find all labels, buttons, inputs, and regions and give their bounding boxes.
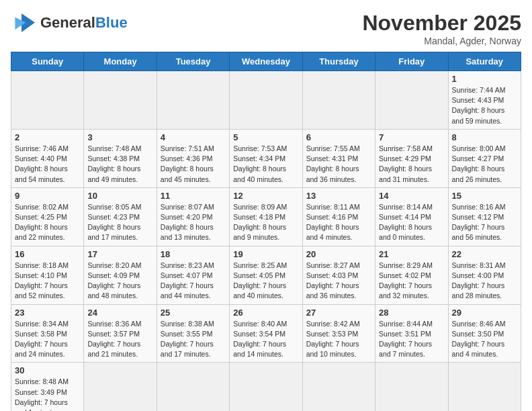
calendar-day-cell: 8Sunrise: 8:00 AMSunset: 4:27 PMDaylight… [448,129,521,187]
calendar-table: SundayMondayTuesdayWednesdayThursdayFrid… [11,52,521,411]
calendar-day-cell: 14Sunrise: 8:14 AMSunset: 4:14 PMDayligh… [375,187,448,246]
calendar-day-cell: 16Sunrise: 8:18 AMSunset: 4:10 PMDayligh… [11,246,84,304]
day-number: 5 [233,132,298,142]
day-number: 23 [15,308,80,318]
day-info: Sunrise: 8:07 AMSunset: 4:20 PMDaylight:… [161,202,226,243]
calendar-week-row: 9Sunrise: 8:02 AMSunset: 4:25 PMDaylight… [11,187,521,246]
day-info: Sunrise: 8:09 AMSunset: 4:18 PMDaylight:… [233,202,298,243]
day-number: 3 [87,132,152,142]
calendar-day-cell: 11Sunrise: 8:07 AMSunset: 4:20 PMDayligh… [157,187,229,246]
calendar-day-cell: 22Sunrise: 8:31 AMSunset: 4:00 PMDayligh… [448,246,521,304]
day-number: 14 [379,191,444,201]
calendar-day-cell: 6Sunrise: 7:55 AMSunset: 4:31 PMDaylight… [302,129,375,187]
calendar-day-cell: 17Sunrise: 8:20 AMSunset: 4:09 PMDayligh… [84,246,157,304]
calendar-day-cell: 15Sunrise: 8:16 AMSunset: 4:12 PMDayligh… [448,187,521,246]
calendar-day-cell: 9Sunrise: 8:02 AMSunset: 4:25 PMDaylight… [11,187,84,246]
calendar-day-cell [448,363,521,411]
day-number: 13 [306,191,371,201]
day-info: Sunrise: 8:44 AMSunset: 3:51 PMDaylight:… [379,319,444,360]
page-header: GeneralBlue November 2025 Mandal, Agder,… [11,11,521,46]
calendar-day-cell: 10Sunrise: 8:05 AMSunset: 4:23 PMDayligh… [84,187,157,246]
calendar-header-row: SundayMondayTuesdayWednesdayThursdayFrid… [11,52,521,71]
calendar-day-cell: 24Sunrise: 8:36 AMSunset: 3:57 PMDayligh… [84,304,157,363]
day-info: Sunrise: 7:44 AMSunset: 4:43 PMDaylight:… [452,85,517,126]
calendar-day-cell [84,71,157,130]
logo: GeneralBlue [11,11,128,35]
day-number: 25 [161,308,226,318]
day-number: 1 [452,74,517,84]
calendar-day-cell: 5Sunrise: 7:53 AMSunset: 4:34 PMDaylight… [230,129,302,187]
calendar-day-cell: 19Sunrise: 8:25 AMSunset: 4:05 PMDayligh… [230,246,302,304]
day-number: 12 [233,191,298,201]
calendar-day-cell: 27Sunrise: 8:42 AMSunset: 3:53 PMDayligh… [302,304,375,363]
day-number: 6 [306,132,371,142]
day-info: Sunrise: 8:11 AMSunset: 4:16 PMDaylight:… [306,202,371,243]
calendar-day-cell [302,363,375,411]
calendar-day-cell [157,71,229,130]
calendar-day-cell [157,363,229,411]
calendar-day-cell [302,71,375,130]
day-number: 28 [379,308,444,318]
location-subtitle: Mandal, Agder, Norway [362,36,521,46]
day-number: 17 [87,249,152,259]
day-info: Sunrise: 8:48 AMSunset: 3:49 PMDaylight:… [15,377,80,411]
calendar-day-cell: 29Sunrise: 8:46 AMSunset: 3:50 PMDayligh… [448,304,521,363]
day-info: Sunrise: 8:40 AMSunset: 3:54 PMDaylight:… [233,319,298,360]
day-number: 16 [15,249,80,259]
day-info: Sunrise: 8:29 AMSunset: 4:02 PMDaylight:… [379,261,444,302]
weekday-header-sunday: Sunday [11,52,84,71]
calendar-day-cell: 25Sunrise: 8:38 AMSunset: 3:55 PMDayligh… [157,304,229,363]
calendar-day-cell: 26Sunrise: 8:40 AMSunset: 3:54 PMDayligh… [230,304,302,363]
calendar-day-cell: 4Sunrise: 7:51 AMSunset: 4:36 PMDaylight… [157,129,229,187]
day-number: 19 [233,249,298,259]
day-info: Sunrise: 7:48 AMSunset: 4:38 PMDaylight:… [87,144,152,185]
day-info: Sunrise: 8:00 AMSunset: 4:27 PMDaylight:… [452,144,517,185]
day-info: Sunrise: 8:34 AMSunset: 3:58 PMDaylight:… [15,319,80,360]
day-number: 30 [15,365,80,375]
calendar-week-row: 16Sunrise: 8:18 AMSunset: 4:10 PMDayligh… [11,246,521,304]
title-area: November 2025 Mandal, Agder, Norway [362,11,521,46]
day-info: Sunrise: 7:58 AMSunset: 4:29 PMDaylight:… [379,144,444,185]
calendar-day-cell: 1Sunrise: 7:44 AMSunset: 4:43 PMDaylight… [448,71,521,130]
calendar-day-cell: 13Sunrise: 8:11 AMSunset: 4:16 PMDayligh… [302,187,375,246]
day-number: 9 [15,191,80,201]
day-number: 10 [87,191,152,201]
day-info: Sunrise: 8:18 AMSunset: 4:10 PMDaylight:… [15,261,80,302]
day-info: Sunrise: 8:27 AMSunset: 4:03 PMDaylight:… [306,261,371,302]
calendar-week-row: 1Sunrise: 7:44 AMSunset: 4:43 PMDaylight… [11,71,521,130]
calendar-day-cell [84,363,157,411]
weekday-header-friday: Friday [375,52,448,71]
day-number: 7 [379,132,444,142]
day-number: 29 [452,308,517,318]
day-number: 11 [161,191,226,201]
day-info: Sunrise: 7:55 AMSunset: 4:31 PMDaylight:… [306,144,371,185]
day-info: Sunrise: 8:20 AMSunset: 4:09 PMDaylight:… [87,261,152,302]
day-number: 21 [379,249,444,259]
calendar-day-cell: 3Sunrise: 7:48 AMSunset: 4:38 PMDaylight… [84,129,157,187]
calendar-day-cell: 23Sunrise: 8:34 AMSunset: 3:58 PMDayligh… [11,304,84,363]
day-info: Sunrise: 7:46 AMSunset: 4:40 PMDaylight:… [15,144,80,185]
weekday-header-monday: Monday [84,52,157,71]
calendar-day-cell: 7Sunrise: 7:58 AMSunset: 4:29 PMDaylight… [375,129,448,187]
calendar-week-row: 30Sunrise: 8:48 AMSunset: 3:49 PMDayligh… [11,363,521,411]
calendar-day-cell [230,71,302,130]
calendar-day-cell [375,363,448,411]
day-info: Sunrise: 8:14 AMSunset: 4:14 PMDaylight:… [379,202,444,243]
day-number: 2 [15,132,80,142]
calendar-day-cell: 30Sunrise: 8:48 AMSunset: 3:49 PMDayligh… [11,363,84,411]
calendar-day-cell [230,363,302,411]
day-info: Sunrise: 8:31 AMSunset: 4:00 PMDaylight:… [452,261,517,302]
calendar-day-cell: 20Sunrise: 8:27 AMSunset: 4:03 PMDayligh… [302,246,375,304]
day-number: 24 [87,308,152,318]
weekday-header-tuesday: Tuesday [157,52,229,71]
calendar-day-cell: 21Sunrise: 8:29 AMSunset: 4:02 PMDayligh… [375,246,448,304]
day-number: 27 [306,308,371,318]
weekday-header-saturday: Saturday [448,52,521,71]
weekday-header-thursday: Thursday [302,52,375,71]
day-info: Sunrise: 8:36 AMSunset: 3:57 PMDaylight:… [87,319,152,360]
calendar-day-cell: 12Sunrise: 8:09 AMSunset: 4:18 PMDayligh… [230,187,302,246]
day-number: 4 [161,132,226,142]
day-number: 15 [452,191,517,201]
day-number: 20 [306,249,371,259]
calendar-day-cell [11,71,84,130]
